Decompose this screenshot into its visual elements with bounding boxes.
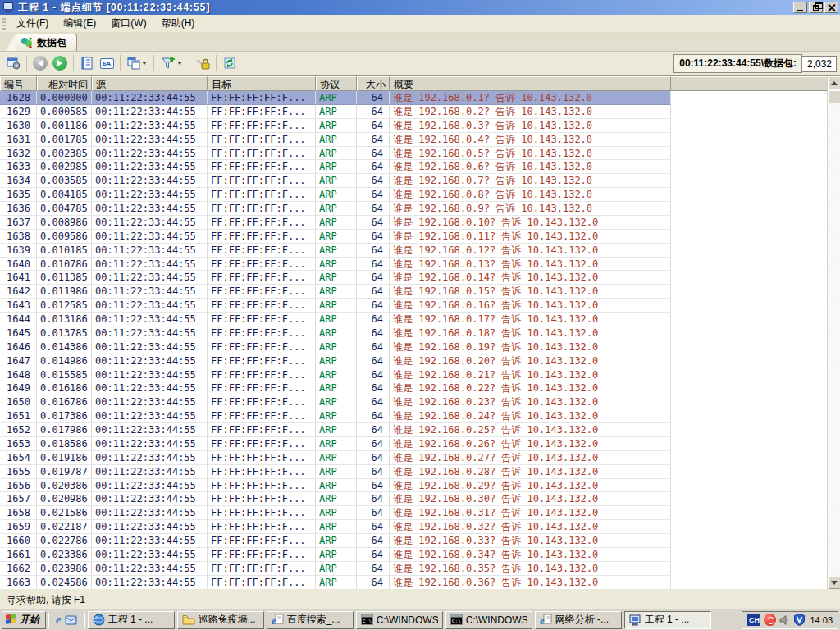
packet-cell: 00:11:22:33:44:55 [92,313,208,326]
taskbar-button-1[interactable]: 巡路免疫墙... [177,611,264,629]
menu-item-1[interactable]: 编辑(E) [56,15,103,32]
packet-row[interactable]: 16430.01258500:11:22:33:44:55FF:FF:FF:FF… [0,299,671,313]
packet-row[interactable]: 16500.01678600:11:22:33:44:55FF:FF:FF:FF… [0,395,671,409]
packet-row[interactable]: 16340.00358500:11:22:33:44:55FF:FF:FF:FF… [0,174,671,188]
antivirus-shield-icon[interactable] [794,614,805,626]
restore-button[interactable] [809,2,823,13]
packet-row[interactable]: 16620.02398600:11:22:33:44:55FF:FF:FF:FF… [0,562,671,576]
packet-cell: 0.010185 [37,244,92,258]
packet-row[interactable]: 16350.00418500:11:22:33:44:55FF:FF:FF:FF… [0,188,671,202]
packet-row[interactable]: 16570.02098600:11:22:33:44:55FF:FF:FF:FF… [0,492,671,506]
packet-row[interactable]: 16610.02338600:11:22:33:44:55FF:FF:FF:FF… [0,548,671,562]
packet-cell: FF:FF:FF:FF:F... [208,534,316,548]
column-header-4[interactable]: 协议 [316,76,357,91]
packet-row[interactable]: 16490.01618600:11:22:33:44:55FF:FF:FF:FF… [0,381,671,395]
scroll-up-button[interactable] [828,76,840,89]
taskbar-button-4[interactable]: C:\C:\WINDOWS... [445,611,532,629]
packet-row[interactable]: 16480.01558500:11:22:33:44:55FF:FF:FF:FF… [0,368,671,382]
taskbar-button-5[interactable]: e网络分析 -... [535,611,622,629]
packet-row[interactable]: 16390.01018500:11:22:33:44:55FF:FF:FF:FF… [0,244,671,258]
packet-row[interactable]: 16530.01858600:11:22:33:44:55FF:FF:FF:FF… [0,437,671,451]
packet-row[interactable]: 16630.02458600:11:22:33:44:55FF:FF:FF:FF… [0,576,671,589]
taskbar-button-2[interactable]: e百度搜索_... [267,611,354,629]
packet-cell: 1638 [0,230,37,244]
packet-row[interactable]: 16300.00118600:11:22:33:44:55FF:FF:FF:FF… [0,119,671,133]
menu-item-3[interactable]: 帮助(H) [154,15,203,32]
taskbar-button-6[interactable]: 工程 1 - ... [624,611,711,629]
packet-row[interactable]: 16320.00238500:11:22:33:44:55FF:FF:FF:FF… [0,147,671,161]
lock-button[interactable] [193,53,212,73]
column-header-6[interactable]: 概要 [390,76,671,91]
volume-icon[interactable] [779,614,791,626]
packet-cell: 谁是 192.168.0.21? 告诉 10.143.132.0 [390,368,671,382]
packet-row[interactable]: 16410.01138500:11:22:33:44:55FF:FF:FF:FF… [0,271,671,285]
tab-label: 数据包 [37,36,66,50]
ime-indicator[interactable]: CH [747,614,760,626]
packet-cell: 00:11:22:33:44:55 [92,534,208,548]
packet-cell: 1661 [0,548,37,562]
packet-row[interactable]: 16460.01438600:11:22:33:44:55FF:FF:FF:FF… [0,340,671,354]
packet-row[interactable]: 16550.01978700:11:22:33:44:55FF:FF:FF:FF… [0,465,671,479]
packet-row[interactable]: 16580.02158600:11:22:33:44:55FF:FF:FF:FF… [0,506,671,520]
column-header-5[interactable]: 大小 [357,76,390,91]
packet-row[interactable]: 16450.01378500:11:22:33:44:55FF:FF:FF:FF… [0,326,671,340]
tab-packets[interactable]: 数据包 [15,34,77,51]
vertical-scrollbar[interactable] [827,76,840,589]
scroll-down-button[interactable] [828,576,840,589]
taskbar-button-0[interactable]: 工程 1 - ... [88,611,175,629]
column-header-2[interactable]: 源 [92,76,208,91]
packet-cell: ARP [316,271,357,285]
layout-button[interactable] [124,53,150,73]
close-button[interactable] [824,2,838,13]
packet-row[interactable]: 16590.02218700:11:22:33:44:55FF:FF:FF:FF… [0,520,671,534]
packet-row[interactable]: 16400.01078600:11:22:33:44:55FF:FF:FF:FF… [0,258,671,272]
packet-cell: 64 [357,105,390,119]
hex-view-button[interactable]: 6A [97,53,116,73]
menu-grip[interactable] [2,18,6,30]
column-header-0[interactable]: 编号 [0,76,37,91]
report-button[interactable] [77,53,97,73]
svg-text:C:\: C:\ [452,619,461,624]
column-header-3[interactable]: 目标 [208,76,316,91]
packet-cell: 00:11:22:33:44:55 [92,216,208,230]
refresh-button[interactable] [220,53,240,73]
column-header-1[interactable]: 相对时间 [37,76,92,91]
packet-row[interactable]: 16510.01738600:11:22:33:44:55FF:FF:FF:FF… [0,409,671,423]
packet-row[interactable]: 16420.01198600:11:22:33:44:55FF:FF:FF:FF… [0,285,671,299]
start-label: 开始 [20,613,39,627]
packet-row[interactable]: 16290.00058500:11:22:33:44:55FF:FF:FF:FF… [0,105,671,119]
packet-row[interactable]: 16540.01918600:11:22:33:44:55FF:FF:FF:FF… [0,451,671,465]
packet-row[interactable]: 16600.02278600:11:22:33:44:55FF:FF:FF:FF… [0,534,671,548]
endpoint-properties-button[interactable] [3,53,23,73]
packet-row[interactable]: 16370.00898600:11:22:33:44:55FF:FF:FF:FF… [0,216,671,230]
forward-button[interactable] [50,53,70,73]
ie-icon[interactable]: e [56,614,62,626]
packet-cell: ARP [316,326,357,340]
scrollbar-thumb[interactable] [828,90,840,103]
packet-row[interactable]: 16520.01798600:11:22:33:44:55FF:FF:FF:FF… [0,423,671,437]
filter-button[interactable] [158,53,185,73]
packet-row[interactable]: 16330.00298500:11:22:33:44:55FF:FF:FF:FF… [0,160,671,174]
packet-cell: 1641 [0,271,37,285]
packet-cell: FF:FF:FF:FF:F... [208,299,316,313]
start-button[interactable]: 开始 [2,611,46,629]
taskbar-button-3[interactable]: C:\C:\WINDOWS... [356,611,443,629]
packet-row[interactable]: 16280.00000000:11:22:33:44:55FF:FF:FF:FF… [0,91,671,105]
menu-item-0[interactable]: 文件(F) [9,15,56,32]
packet-cell: 谁是 192.168.0.2? 告诉 10.143.132.0 [390,105,671,119]
tray-radar-icon[interactable] [764,614,776,626]
mail-icon[interactable] [65,614,78,626]
back-button[interactable] [30,53,50,73]
packet-row[interactable]: 16470.01498600:11:22:33:44:55FF:FF:FF:FF… [0,354,671,368]
packet-row[interactable]: 16440.01318600:11:22:33:44:55FF:FF:FF:FF… [0,313,671,326]
packet-row[interactable]: 16380.00958600:11:22:33:44:55FF:FF:FF:FF… [0,230,671,244]
menu-item-2[interactable]: 窗口(W) [103,15,153,32]
packet-row[interactable]: 16310.00178500:11:22:33:44:55FF:FF:FF:FF… [0,133,671,147]
packet-cell: FF:FF:FF:FF:F... [208,492,316,506]
packet-row[interactable]: 16360.00478500:11:22:33:44:55FF:FF:FF:FF… [0,202,671,216]
toolbar-separator [120,55,121,71]
minimize-button[interactable] [793,2,807,13]
taskbar-separator [84,613,85,628]
packet-row[interactable]: 16560.02038600:11:22:33:44:55FF:FF:FF:FF… [0,479,671,493]
scroll-up-icon [831,81,838,85]
